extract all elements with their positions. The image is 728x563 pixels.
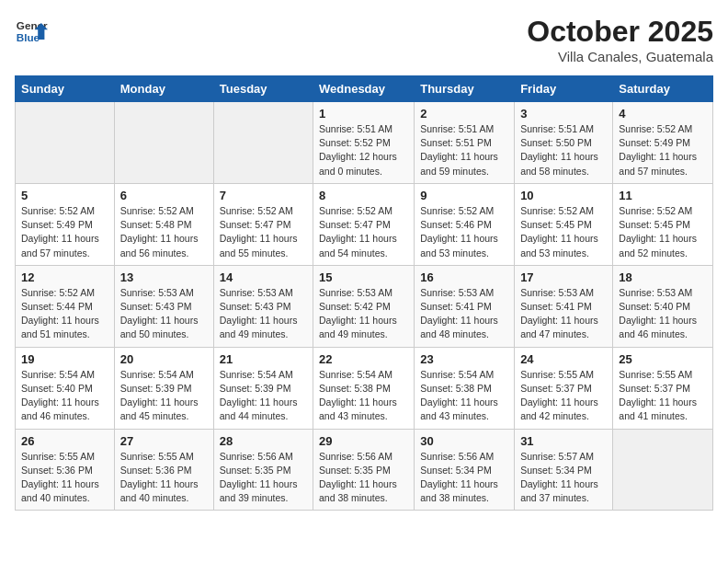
calendar-cell: 23Sunrise: 5:54 AMSunset: 5:38 PMDayligh… — [415, 347, 515, 429]
calendar-week-row: 12Sunrise: 5:52 AMSunset: 5:44 PMDayligh… — [16, 265, 713, 347]
day-info: Sunrise: 5:52 AMSunset: 5:47 PMDaylight:… — [220, 204, 307, 260]
day-info: Sunrise: 5:53 AMSunset: 5:43 PMDaylight:… — [220, 286, 307, 342]
calendar-cell: 18Sunrise: 5:53 AMSunset: 5:40 PMDayligh… — [613, 265, 713, 347]
day-number: 26 — [21, 434, 108, 448]
weekday-header: Thursday — [415, 76, 515, 102]
day-info: Sunrise: 5:54 AMSunset: 5:39 PMDaylight:… — [120, 368, 208, 424]
calendar-cell: 20Sunrise: 5:54 AMSunset: 5:39 PMDayligh… — [114, 347, 213, 429]
day-info: Sunrise: 5:52 AMSunset: 5:47 PMDaylight:… — [319, 204, 408, 260]
calendar-cell: 6Sunrise: 5:52 AMSunset: 5:48 PMDaylight… — [114, 183, 213, 265]
day-info: Sunrise: 5:52 AMSunset: 5:49 PMDaylight:… — [619, 122, 707, 178]
day-number: 14 — [220, 270, 307, 284]
title-block: October 2025 Villa Canales, Guatemala — [527, 15, 713, 64]
calendar-cell: 7Sunrise: 5:52 AMSunset: 5:47 PMDaylight… — [213, 183, 313, 265]
day-number: 16 — [420, 270, 508, 284]
day-number: 20 — [120, 352, 208, 366]
calendar-cell: 9Sunrise: 5:52 AMSunset: 5:46 PMDaylight… — [415, 183, 515, 265]
calendar-week-row: 19Sunrise: 5:54 AMSunset: 5:40 PMDayligh… — [16, 347, 713, 429]
weekday-header: Wednesday — [313, 76, 415, 102]
day-number: 25 — [619, 352, 707, 366]
calendar-cell: 19Sunrise: 5:54 AMSunset: 5:40 PMDayligh… — [16, 347, 115, 429]
day-number: 1 — [319, 107, 408, 121]
weekday-header-row: SundayMondayTuesdayWednesdayThursdayFrid… — [16, 76, 713, 102]
day-info: Sunrise: 5:51 AMSunset: 5:52 PMDaylight:… — [319, 122, 408, 178]
calendar-cell — [613, 429, 713, 511]
day-info: Sunrise: 5:53 AMSunset: 5:41 PMDaylight:… — [520, 286, 607, 342]
calendar-cell: 12Sunrise: 5:52 AMSunset: 5:44 PMDayligh… — [16, 265, 115, 347]
day-number: 24 — [520, 352, 607, 366]
day-number: 19 — [21, 352, 108, 366]
day-info: Sunrise: 5:53 AMSunset: 5:40 PMDaylight:… — [619, 286, 707, 342]
day-number: 6 — [120, 189, 208, 202]
calendar-cell: 30Sunrise: 5:56 AMSunset: 5:34 PMDayligh… — [415, 429, 515, 511]
location: Villa Canales, Guatemala — [527, 49, 713, 64]
day-number: 13 — [120, 270, 208, 284]
day-number: 9 — [420, 189, 508, 202]
calendar-cell: 2Sunrise: 5:51 AMSunset: 5:51 PMDaylight… — [415, 102, 515, 184]
day-info: Sunrise: 5:53 AMSunset: 5:43 PMDaylight:… — [120, 286, 208, 342]
calendar-cell: 27Sunrise: 5:55 AMSunset: 5:36 PMDayligh… — [114, 429, 213, 511]
calendar-cell: 31Sunrise: 5:57 AMSunset: 5:34 PMDayligh… — [515, 429, 613, 511]
weekday-header: Saturday — [613, 76, 713, 102]
day-number: 18 — [619, 270, 707, 284]
day-info: Sunrise: 5:51 AMSunset: 5:51 PMDaylight:… — [420, 122, 508, 178]
day-info: Sunrise: 5:53 AMSunset: 5:41 PMDaylight:… — [420, 286, 508, 342]
day-info: Sunrise: 5:53 AMSunset: 5:42 PMDaylight:… — [319, 286, 408, 342]
day-info: Sunrise: 5:55 AMSunset: 5:37 PMDaylight:… — [520, 368, 607, 424]
calendar-cell: 16Sunrise: 5:53 AMSunset: 5:41 PMDayligh… — [415, 265, 515, 347]
calendar-cell: 1Sunrise: 5:51 AMSunset: 5:52 PMDaylight… — [313, 102, 415, 184]
calendar-cell — [213, 102, 313, 184]
calendar-week-row: 1Sunrise: 5:51 AMSunset: 5:52 PMDaylight… — [16, 102, 713, 184]
day-info: Sunrise: 5:52 AMSunset: 5:49 PMDaylight:… — [21, 204, 108, 260]
day-info: Sunrise: 5:57 AMSunset: 5:34 PMDaylight:… — [520, 450, 607, 506]
calendar-table: SundayMondayTuesdayWednesdayThursdayFrid… — [15, 75, 713, 511]
day-number: 4 — [619, 107, 707, 121]
day-info: Sunrise: 5:54 AMSunset: 5:38 PMDaylight:… — [319, 368, 408, 424]
day-info: Sunrise: 5:52 AMSunset: 5:44 PMDaylight:… — [21, 286, 108, 342]
weekday-header: Tuesday — [213, 76, 313, 102]
day-info: Sunrise: 5:54 AMSunset: 5:38 PMDaylight:… — [420, 368, 508, 424]
calendar-cell — [114, 102, 213, 184]
calendar-week-row: 26Sunrise: 5:55 AMSunset: 5:36 PMDayligh… — [16, 429, 713, 511]
day-info: Sunrise: 5:54 AMSunset: 5:39 PMDaylight:… — [220, 368, 307, 424]
weekday-header: Monday — [114, 76, 213, 102]
day-number: 23 — [420, 352, 508, 366]
day-number: 30 — [420, 434, 508, 448]
day-info: Sunrise: 5:52 AMSunset: 5:48 PMDaylight:… — [120, 204, 208, 260]
calendar-cell: 8Sunrise: 5:52 AMSunset: 5:47 PMDaylight… — [313, 183, 415, 265]
day-number: 29 — [319, 434, 408, 448]
svg-text:Blue: Blue — [17, 31, 40, 43]
day-info: Sunrise: 5:52 AMSunset: 5:45 PMDaylight:… — [619, 204, 707, 260]
calendar-cell: 17Sunrise: 5:53 AMSunset: 5:41 PMDayligh… — [515, 265, 613, 347]
calendar-cell: 25Sunrise: 5:55 AMSunset: 5:37 PMDayligh… — [613, 347, 713, 429]
day-info: Sunrise: 5:55 AMSunset: 5:36 PMDaylight:… — [21, 450, 108, 506]
day-info: Sunrise: 5:52 AMSunset: 5:46 PMDaylight:… — [420, 204, 508, 260]
day-info: Sunrise: 5:55 AMSunset: 5:37 PMDaylight:… — [619, 368, 707, 424]
day-number: 12 — [21, 270, 108, 284]
month-title: October 2025 — [527, 15, 713, 49]
calendar-cell: 22Sunrise: 5:54 AMSunset: 5:38 PMDayligh… — [313, 347, 415, 429]
day-number: 3 — [520, 107, 607, 121]
day-info: Sunrise: 5:51 AMSunset: 5:50 PMDaylight:… — [520, 122, 607, 178]
calendar-cell: 11Sunrise: 5:52 AMSunset: 5:45 PMDayligh… — [613, 183, 713, 265]
weekday-header: Sunday — [16, 76, 115, 102]
calendar-cell: 29Sunrise: 5:56 AMSunset: 5:35 PMDayligh… — [313, 429, 415, 511]
day-number: 17 — [520, 270, 607, 284]
page-header: General Blue October 2025 Villa Canales,… — [15, 15, 713, 64]
day-info: Sunrise: 5:56 AMSunset: 5:35 PMDaylight:… — [319, 450, 408, 506]
day-number: 7 — [220, 189, 307, 202]
calendar-cell: 24Sunrise: 5:55 AMSunset: 5:37 PMDayligh… — [515, 347, 613, 429]
day-number: 15 — [319, 270, 408, 284]
day-info: Sunrise: 5:55 AMSunset: 5:36 PMDaylight:… — [120, 450, 208, 506]
calendar-cell: 28Sunrise: 5:56 AMSunset: 5:35 PMDayligh… — [213, 429, 313, 511]
day-info: Sunrise: 5:56 AMSunset: 5:34 PMDaylight:… — [420, 450, 508, 506]
calendar-cell: 13Sunrise: 5:53 AMSunset: 5:43 PMDayligh… — [114, 265, 213, 347]
day-number: 2 — [420, 107, 508, 121]
day-number: 11 — [619, 189, 707, 202]
day-number: 22 — [319, 352, 408, 366]
day-number: 8 — [319, 189, 408, 202]
weekday-header: Friday — [515, 76, 613, 102]
calendar-cell: 4Sunrise: 5:52 AMSunset: 5:49 PMDaylight… — [613, 102, 713, 184]
calendar-cell: 15Sunrise: 5:53 AMSunset: 5:42 PMDayligh… — [313, 265, 415, 347]
day-number: 27 — [120, 434, 208, 448]
